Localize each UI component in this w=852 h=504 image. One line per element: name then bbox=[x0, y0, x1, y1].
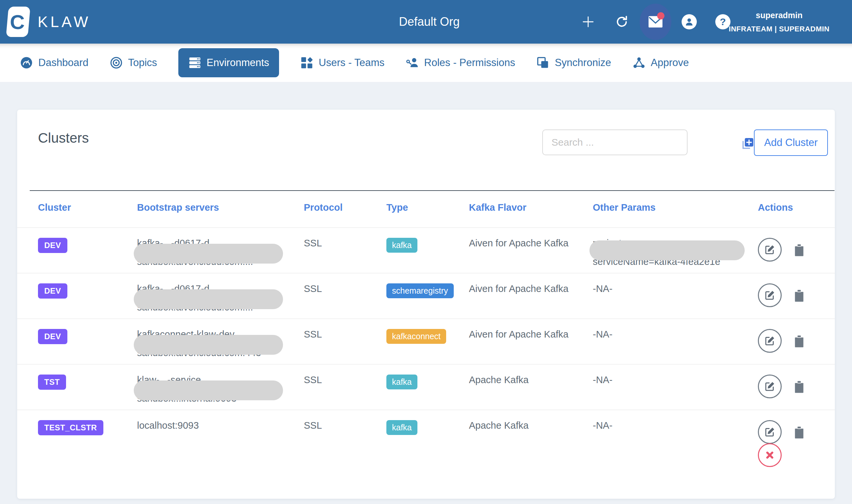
cluster-badge: TST bbox=[38, 375, 66, 390]
edit-cluster-button[interactable] bbox=[758, 420, 782, 444]
protocol-cell: SSL bbox=[304, 420, 386, 431]
edit-cluster-button[interactable] bbox=[758, 329, 782, 353]
topics-icon bbox=[110, 56, 123, 69]
protocol-cell: SSL bbox=[304, 238, 386, 249]
search-input[interactable] bbox=[542, 129, 688, 155]
type-badge: kafka bbox=[386, 238, 417, 253]
kafka-flavor-cell: Aiven for Apache Kafka bbox=[469, 329, 593, 340]
col-actions: Actions bbox=[758, 202, 835, 213]
team-role: INFRATEAM | SUPERADMIN bbox=[729, 25, 830, 33]
bootstrap-servers-cell: kafka-...-d0617-d... sandbox.aivencloud.… bbox=[137, 238, 289, 270]
bootstrap-servers-cell: kafkaconnect-klaw-dev... sandbox.aivencl… bbox=[137, 329, 289, 361]
copy-cluster-icon[interactable] bbox=[794, 289, 805, 304]
kafka-flavor-cell: Aiven for Apache Kafka bbox=[469, 238, 593, 249]
copy-cluster-icon[interactable] bbox=[794, 426, 805, 440]
redaction-pill bbox=[590, 240, 745, 260]
edit-cluster-button[interactable] bbox=[758, 375, 782, 398]
other-params-cell: -NA- bbox=[593, 329, 758, 340]
col-params: Other Params bbox=[593, 202, 758, 213]
other-params-cell: project=... serviceName=kafka-4fea2e1e bbox=[593, 238, 745, 270]
copy-cluster-icon[interactable] bbox=[794, 243, 805, 258]
col-flavor: Kafka Flavor bbox=[469, 202, 593, 213]
cluster-badge: DEV bbox=[38, 329, 67, 344]
help-icon[interactable]: ? bbox=[715, 14, 730, 30]
edit-icon bbox=[764, 426, 776, 438]
delete-x-icon bbox=[765, 450, 775, 460]
col-type: Type bbox=[386, 202, 469, 213]
redaction-pill bbox=[134, 335, 283, 355]
tab-roles-permissions[interactable]: Roles - Permissions bbox=[405, 56, 515, 69]
table-row: DEV kafkaconnect-klaw-dev... sandbox.aiv… bbox=[17, 318, 835, 364]
bootstrap-servers-cell: kafka-...-d0617-d... sandbox.aivencloud.… bbox=[137, 283, 289, 315]
edit-icon bbox=[764, 289, 776, 301]
table-row: TEST_CLSTR localhost:9093 SSL kafka Apac… bbox=[17, 410, 835, 492]
table-row: DEV kafka-...-d0617-d... sandbox.aivencl… bbox=[17, 227, 835, 273]
username: superadmin bbox=[756, 11, 803, 20]
copy-cluster-icon[interactable] bbox=[794, 380, 805, 395]
table-header-row: Cluster Bootstrap servers Protocol Type … bbox=[17, 202, 835, 227]
edit-cluster-button[interactable] bbox=[758, 283, 782, 307]
kafka-flavor-cell: Apache Kafka bbox=[469, 420, 593, 431]
edit-icon bbox=[764, 335, 776, 347]
page-title: Clusters bbox=[38, 130, 89, 146]
tab-synchronize[interactable]: Synchronize bbox=[536, 56, 611, 69]
dashboard-icon bbox=[20, 56, 33, 69]
bootstrap-servers-cell: localhost:9093 bbox=[137, 420, 304, 431]
section-divider bbox=[30, 190, 834, 191]
col-bootstrap: Bootstrap servers bbox=[137, 202, 304, 213]
kafka-flavor-cell: Aiven for Apache Kafka bbox=[469, 283, 593, 294]
type-badge: kafka bbox=[386, 420, 417, 435]
col-cluster: Cluster bbox=[38, 202, 137, 213]
protocol-cell: SSL bbox=[304, 283, 386, 294]
org-title: Default Org bbox=[399, 15, 460, 29]
tab-users-teams[interactable]: Users - Teams bbox=[300, 56, 384, 69]
klaw-logo[interactable]: C KLAW bbox=[7, 6, 91, 37]
kafka-flavor-cell: Apache Kafka bbox=[469, 375, 593, 385]
approve-icon bbox=[632, 56, 646, 69]
bootstrap-servers-cell: klaw-...-service... sandbox...internal:9… bbox=[137, 375, 289, 406]
redaction-pill bbox=[134, 289, 283, 309]
synchronize-icon bbox=[536, 56, 549, 69]
clusters-table: Cluster Bootstrap servers Protocol Type … bbox=[17, 202, 835, 492]
add-icon[interactable] bbox=[581, 14, 596, 30]
copy-cluster-icon[interactable] bbox=[794, 334, 805, 349]
users-teams-icon bbox=[300, 56, 313, 69]
klaw-logo-icon: C bbox=[6, 6, 30, 37]
user-info[interactable]: superadmin INFRATEAM | SUPERADMIN bbox=[729, 0, 830, 43]
cluster-badge: TEST_CLSTR bbox=[38, 420, 103, 435]
notification-badge bbox=[657, 12, 665, 19]
edit-icon bbox=[764, 244, 776, 256]
top-header-bar: C KLAW Default Org ? superadmin INF bbox=[0, 0, 852, 43]
other-params-cell: -NA- bbox=[593, 375, 758, 385]
col-protocol: Protocol bbox=[304, 202, 386, 213]
brand-name: KLAW bbox=[38, 13, 91, 31]
add-cluster-icon[interactable] bbox=[740, 137, 754, 150]
table-row: DEV kafka-...-d0617-d... sandbox.aivencl… bbox=[17, 273, 835, 318]
other-params-cell: -NA- bbox=[593, 420, 758, 431]
type-badge: kafka bbox=[386, 375, 417, 390]
redaction-pill bbox=[134, 380, 283, 400]
environments-icon bbox=[188, 56, 201, 69]
roles-permissions-icon bbox=[405, 56, 419, 69]
delete-cluster-button[interactable] bbox=[758, 443, 782, 467]
other-params-cell: -NA- bbox=[593, 283, 758, 294]
cluster-badge: DEV bbox=[38, 238, 67, 253]
edit-icon bbox=[764, 380, 776, 392]
tab-dashboard[interactable]: Dashboard bbox=[20, 56, 89, 69]
redaction-pill bbox=[134, 244, 283, 264]
clusters-card: Clusters Add Cluster Cluster Bootstrap s… bbox=[17, 110, 835, 499]
protocol-cell: SSL bbox=[304, 375, 386, 385]
refresh-icon[interactable] bbox=[614, 14, 630, 30]
tab-approve[interactable]: Approve bbox=[632, 56, 689, 69]
main-nav: Dashboard Topics Environments Users - Te… bbox=[0, 43, 852, 82]
protocol-cell: SSL bbox=[304, 329, 386, 340]
table-row: TST klaw-...-service... sandbox...intern… bbox=[17, 364, 835, 410]
mail-icon[interactable] bbox=[648, 14, 663, 30]
type-badge: kafkaconnect bbox=[386, 329, 446, 344]
cluster-badge: DEV bbox=[38, 283, 67, 299]
user-icon[interactable] bbox=[682, 14, 697, 30]
edit-cluster-button[interactable] bbox=[758, 238, 782, 262]
add-cluster-button[interactable]: Add Cluster bbox=[754, 129, 828, 156]
tab-topics[interactable]: Topics bbox=[110, 56, 157, 69]
tab-environments[interactable]: Environments bbox=[178, 48, 279, 77]
